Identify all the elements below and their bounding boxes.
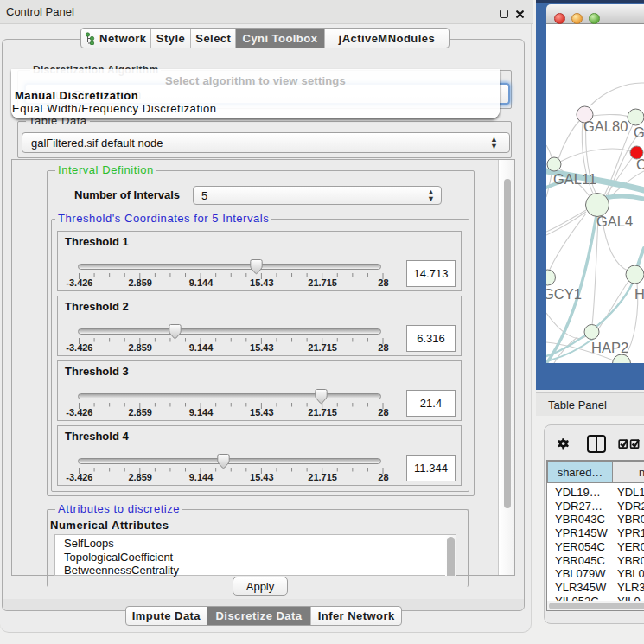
svg-text:GAL4: GAL4	[596, 214, 633, 229]
svg-text:GA: GA	[634, 124, 644, 140]
svg-text:H: H	[634, 286, 644, 302]
svg-text:GCY1: GCY1	[546, 286, 582, 302]
svg-text:GAL11: GAL11	[553, 171, 596, 187]
svg-text:C: C	[636, 156, 644, 172]
svg-text:HAP2: HAP2	[591, 340, 628, 355]
svg-text:GAL80: GAL80	[583, 118, 628, 134]
